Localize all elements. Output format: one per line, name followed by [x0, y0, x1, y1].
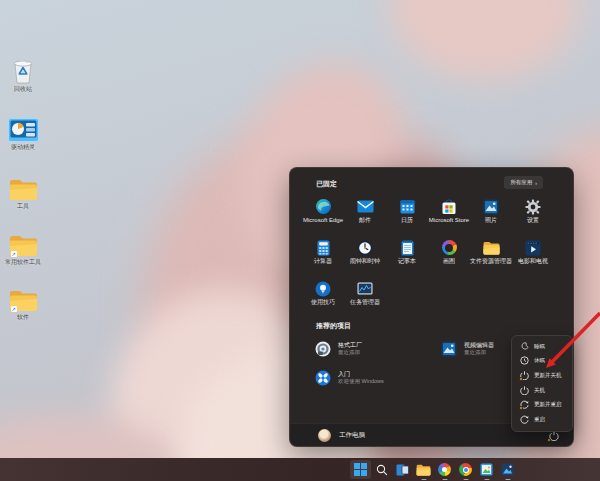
- pinned-app-tips[interactable]: 使用技巧: [302, 278, 344, 319]
- photo-viewer-icon: [480, 463, 493, 476]
- app-label: 记事本: [398, 258, 416, 265]
- running-indicator: [442, 479, 447, 481]
- chrome-icon: [459, 463, 472, 476]
- power-menu-item-sleep[interactable]: 睡眠: [512, 339, 572, 354]
- app-label: 日历: [401, 217, 413, 224]
- pinned-app-mail[interactable]: 邮件: [344, 196, 386, 237]
- app-label: Microsoft Store: [429, 217, 469, 224]
- taskbar-app-image[interactable]: [497, 460, 518, 479]
- color-wheel-icon: [438, 463, 451, 476]
- recommended-subtitle: 最近添加: [338, 349, 362, 356]
- app-label: Microsoft Edge: [303, 217, 343, 224]
- task-manager-icon: [357, 280, 374, 297]
- pinned-app-photos[interactable]: 照片: [470, 196, 512, 237]
- get-started-icon: [314, 369, 331, 386]
- app-label: 邮件: [359, 217, 371, 224]
- pinned-app-clock[interactable]: 闹钟和时钟: [344, 237, 386, 278]
- taskbar-search-button[interactable]: [371, 460, 392, 479]
- movies-tv-icon: [525, 239, 542, 256]
- video-editor-icon: [440, 340, 457, 357]
- shortcut-arrow-icon: ↗: [11, 306, 17, 312]
- recommended-section-title: 推荐的项目: [316, 321, 351, 331]
- recommended-item-get-started[interactable]: 入门 欢迎使用 Windows: [314, 369, 384, 386]
- system-app-icon: [8, 114, 39, 142]
- microsoft-store-icon: [441, 198, 458, 215]
- pinned-app-calculator[interactable]: 计算器: [302, 237, 344, 278]
- folder-icon: ↗: [9, 229, 38, 257]
- power-menu: 睡眠 休眠 更新并关机 关机: [511, 335, 573, 432]
- power-menu-item-hibernate[interactable]: 休眠: [512, 354, 572, 369]
- power-menu-item-update-shutdown[interactable]: 更新并关机: [512, 368, 572, 383]
- format-factory-icon: [314, 340, 331, 357]
- desktop-icon-recycle-bin[interactable]: 回收站: [3, 56, 43, 93]
- pinned-app-calendar[interactable]: 日历: [386, 196, 428, 237]
- taskbar-app-photos[interactable]: [476, 460, 497, 479]
- taskbar-file-explorer[interactable]: [413, 460, 434, 479]
- recommended-title: 入门: [338, 371, 384, 378]
- power-menu-label: 更新并重启: [534, 401, 562, 408]
- running-indicator: [421, 479, 426, 481]
- calculator-icon: [315, 239, 332, 256]
- pinned-app-paint[interactable]: 画图: [428, 237, 470, 278]
- update-badge: [519, 406, 523, 410]
- desktop-icon-label: 驱动精灵: [11, 144, 35, 151]
- taskbar-app-chrome[interactable]: [455, 460, 476, 479]
- shortcut-arrow-icon: ↗: [11, 251, 17, 257]
- power-menu-item-restart[interactable]: 重启: [512, 412, 572, 427]
- pinned-app-settings[interactable]: 设置: [512, 196, 554, 237]
- update-badge: [547, 438, 551, 442]
- desktop-icon-label: 常用软件工具: [5, 259, 41, 266]
- pinned-app-edge[interactable]: Microsoft Edge: [302, 196, 344, 237]
- app-label: 画图: [443, 258, 455, 265]
- recycle-bin-icon: [11, 56, 35, 84]
- image-viewer-icon: [501, 463, 514, 476]
- desktop-icon-folder-3[interactable]: ↗ 软件: [3, 284, 43, 321]
- all-apps-button[interactable]: 所有应用 ›: [504, 176, 543, 189]
- running-indicator: [463, 479, 468, 481]
- power-menu-label: 更新并关机: [534, 372, 562, 379]
- taskbar: [0, 458, 600, 481]
- desktop-icon-label: 回收站: [14, 86, 32, 93]
- recommended-title: 格式工厂: [338, 342, 362, 349]
- pinned-app-movies-tv[interactable]: 电影和电视: [512, 237, 554, 278]
- running-indicator: [505, 479, 510, 481]
- user-name[interactable]: 工作电脑: [339, 431, 365, 440]
- app-label: 任务管理器: [350, 299, 380, 306]
- restart-update-icon: [520, 400, 529, 409]
- app-label: 电影和电视: [518, 258, 548, 265]
- desktop-icon-folder-2[interactable]: ↗ 常用软件工具: [3, 229, 43, 266]
- app-label: 照片: [485, 217, 497, 224]
- recommended-item-video-editor[interactable]: 视频编辑器 最近添加: [440, 340, 494, 357]
- update-badge: [519, 377, 523, 381]
- power-update-icon: [520, 371, 529, 380]
- restart-icon: [520, 415, 529, 424]
- edge-icon: [315, 198, 332, 215]
- moon-icon: [520, 342, 529, 351]
- power-menu-label: 关机: [534, 387, 545, 394]
- pinned-app-task-manager[interactable]: 任务管理器: [344, 278, 386, 319]
- power-menu-label: 重启: [534, 416, 545, 423]
- taskbar-app-colorwheel[interactable]: [434, 460, 455, 479]
- task-view-button[interactable]: [392, 460, 413, 479]
- pinned-app-notepad[interactable]: 记事本: [386, 237, 428, 278]
- pinned-app-file-explorer[interactable]: 文件资源管理器: [470, 237, 512, 278]
- pinned-app-grid: Microsoft Edge 邮件: [302, 196, 554, 319]
- power-icon: [520, 386, 529, 395]
- notepad-icon: [399, 239, 416, 256]
- pinned-app-store[interactable]: Microsoft Store: [428, 196, 470, 237]
- recommended-title: 视频编辑器: [464, 342, 494, 349]
- user-avatar[interactable]: [318, 429, 331, 442]
- desktop-icon-folder-1[interactable]: 工具: [3, 173, 43, 210]
- running-indicator: [484, 479, 489, 481]
- power-menu-item-shutdown[interactable]: 关机: [512, 383, 572, 398]
- all-apps-label: 所有应用: [510, 179, 532, 186]
- desktop-icon-app[interactable]: 驱动精灵: [3, 114, 43, 151]
- app-label: 使用技巧: [311, 299, 335, 306]
- recommended-item-format-factory[interactable]: 格式工厂 最近添加: [314, 340, 362, 357]
- pinned-section-title: 已固定: [316, 179, 337, 189]
- power-menu-item-update-restart[interactable]: 更新并重启: [512, 397, 572, 412]
- start-button[interactable]: [350, 460, 371, 479]
- task-view-icon: [396, 464, 409, 476]
- folder-icon: [416, 464, 431, 476]
- photos-icon: [483, 198, 500, 215]
